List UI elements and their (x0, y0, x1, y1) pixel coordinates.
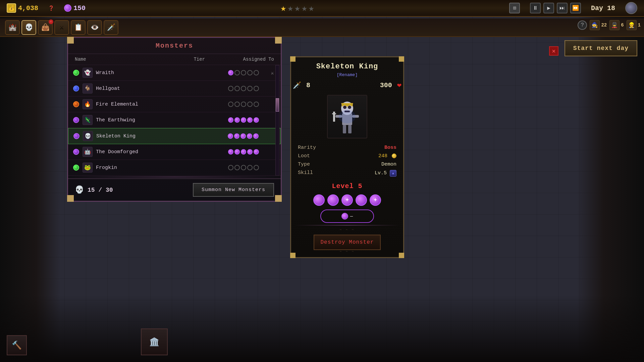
rarity-value: Boss (384, 145, 396, 150)
svg-point-3 (348, 106, 351, 109)
summon-button[interactable]: Summon New Monsters (193, 183, 274, 197)
name-earthwing: The Earthwing (96, 117, 211, 123)
toolbar-list[interactable]: 📋 (71, 20, 86, 35)
type-label: Type (298, 162, 310, 167)
monster-row-hellgoat[interactable]: 🐐 Hellgoat (68, 81, 281, 97)
profile-icon[interactable] (625, 2, 637, 14)
assigned-wraith: ⚔️ (269, 69, 276, 76)
gem-slot-2[interactable] (327, 194, 339, 206)
skull-count-icon: 💀 (75, 185, 84, 195)
skip-button[interactable]: ⏩ (570, 3, 581, 13)
sprite-frogkin: 🐸 (83, 163, 93, 173)
detail-stats: Rarity Boss Loot 248 Type Demon Skill Lv… (291, 142, 403, 180)
skill-pill-label: — (350, 214, 353, 219)
monster-count: 💀 15 / 30 (75, 185, 113, 195)
name-frogkin: Frogkin (96, 165, 211, 171)
type-dot-earthwing (73, 117, 79, 123)
sword-icon: 🗡️ (293, 81, 301, 89)
column-headers: Name Tier Assigned To (68, 54, 281, 65)
gem-slot-1[interactable] (313, 194, 325, 206)
monster-row-frogkin[interactable]: 🐸 Frogkin (68, 160, 281, 176)
sprite-wraith: 👻 (83, 68, 93, 78)
skill-pill-button[interactable]: — (320, 209, 374, 223)
hud-stars: ★ ★ ★ ★ ★ (96, 2, 499, 14)
detail-rename-button[interactable]: [Rename] (291, 72, 403, 79)
stat-loot: Loot 248 (298, 152, 396, 160)
guard-icon: 💂 (609, 20, 620, 30)
fast-forward-button[interactable]: ⏭ (557, 3, 568, 13)
count-value: 15 / 30 (88, 187, 113, 193)
sprite-doomforged: 🤖 (83, 147, 93, 157)
bottom-item-1: 🔨 (7, 335, 27, 355)
panel-footer: 💀 15 / 30 Summon New Monsters (68, 178, 281, 201)
gem-icon (64, 4, 71, 12)
detail-sprite (327, 95, 367, 138)
name-skeleton-king: Skeleton King (96, 133, 211, 139)
detail-corner-tr (399, 56, 404, 62)
toolbar-dagger[interactable]: 🗡️ (104, 20, 118, 35)
guard-count-group: 💂 6 (609, 20, 624, 30)
detail-monster-name: Skeleton King (291, 57, 403, 72)
corner-tr (275, 37, 282, 44)
detail-sprite-area (291, 92, 403, 142)
tier-dot-4 (247, 70, 253, 75)
assigned-earthwing (269, 117, 276, 123)
monster-row-wraith[interactable]: 👻 Wraith ⚔️ (68, 65, 281, 81)
destroy-deco-top: ~ ~ ~ (291, 228, 403, 232)
svg-rect-10 (332, 113, 336, 114)
destroy-area: ~ ~ ~ Destroy Monster ~ ~ ~ (291, 228, 403, 254)
corner-bl (67, 195, 74, 202)
close-monsters-button[interactable]: ✕ (549, 46, 558, 56)
heart-icon: ❤️ (397, 81, 401, 90)
gem-slot-5[interactable]: + (370, 194, 381, 206)
assigned-skeleton (269, 133, 275, 139)
monster-row-fire-elemental[interactable]: 🔥 Fire Elemental (68, 97, 281, 112)
panel-title: Monsters (68, 38, 281, 54)
assigned-frogkin (269, 164, 276, 171)
monster-row-skeleton-king[interactable]: 💀 Skeleton King (68, 128, 281, 144)
toolbar-eye[interactable]: 👁️ (87, 20, 102, 35)
monsters-panel: Monsters Name Tier Assigned To 👻 Wraith … (67, 37, 282, 202)
help-button[interactable]: ? (578, 20, 587, 30)
type-value: Demon (381, 162, 396, 167)
destroy-button[interactable]: Destroy Monster (314, 235, 381, 250)
monster-row-doomforged[interactable]: 🤖 The Doomforged (68, 144, 281, 160)
name-hellgoat: Hellgoat (96, 86, 211, 92)
gem-slot-3[interactable]: + (341, 194, 353, 206)
tier-earthwing (228, 117, 259, 123)
type-dot-fire (73, 101, 79, 107)
toolbar-bag[interactable]: 👜 ! (38, 20, 53, 35)
worker-count-group: 👷 1 (627, 20, 641, 30)
pause-button[interactable]: ⏸ (530, 3, 541, 13)
gem-slot-4[interactable] (356, 194, 367, 206)
tier-dot-2 (234, 70, 240, 75)
tier-hellgoat (228, 86, 259, 91)
svg-rect-8 (348, 125, 352, 133)
hud-bar: 💰 4,038 ❓ 150 ★ ★ ★ ★ ★ ⊞ ⏸ ▶ ⏭ ⏩ Day 18 (0, 0, 644, 17)
hud-map-button[interactable]: ⊞ (509, 3, 520, 13)
toolbar-skull[interactable]: 💀 (21, 20, 36, 35)
start-next-day-button[interactable]: Start next day (565, 40, 637, 56)
monster-row-earthwing[interactable]: 🦎 The Earthwing (68, 112, 281, 128)
toolbar-badge: ! (49, 19, 53, 24)
guard-count: 6 (621, 22, 624, 28)
col-name: Name (75, 57, 174, 62)
monster-list-scrollbar[interactable] (275, 65, 279, 176)
tier-skeleton (228, 133, 259, 139)
assigned-doomforged (269, 148, 276, 155)
detail-panel: Skeleton King [Rename] 🗡️ 8 300 ❤️ (290, 56, 404, 258)
col-tier: Tier (174, 57, 224, 62)
sprite-earthwing: 🦎 (83, 115, 93, 125)
toolbar-sword[interactable]: ⚔️ (54, 20, 69, 35)
worker-icon: 👷 (627, 20, 637, 30)
deco-line (71, 177, 277, 177)
toolbar-castle[interactable]: 🏰 (5, 20, 20, 35)
play-button[interactable]: ▶ (543, 3, 554, 13)
star-5: ★ (309, 2, 314, 14)
stat-rarity: Rarity Boss (298, 143, 396, 152)
type-dot-doomforged (73, 149, 79, 155)
star-4: ★ (302, 2, 307, 14)
detail-hp: 300 (380, 81, 392, 89)
tier-doomforged (228, 149, 259, 155)
gold-value: 4,038 (18, 4, 38, 12)
